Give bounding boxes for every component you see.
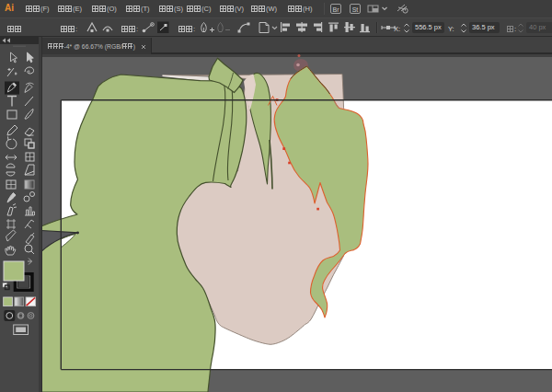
svg-text:St: St xyxy=(352,6,359,13)
svg-text:Br: Br xyxy=(333,6,340,13)
